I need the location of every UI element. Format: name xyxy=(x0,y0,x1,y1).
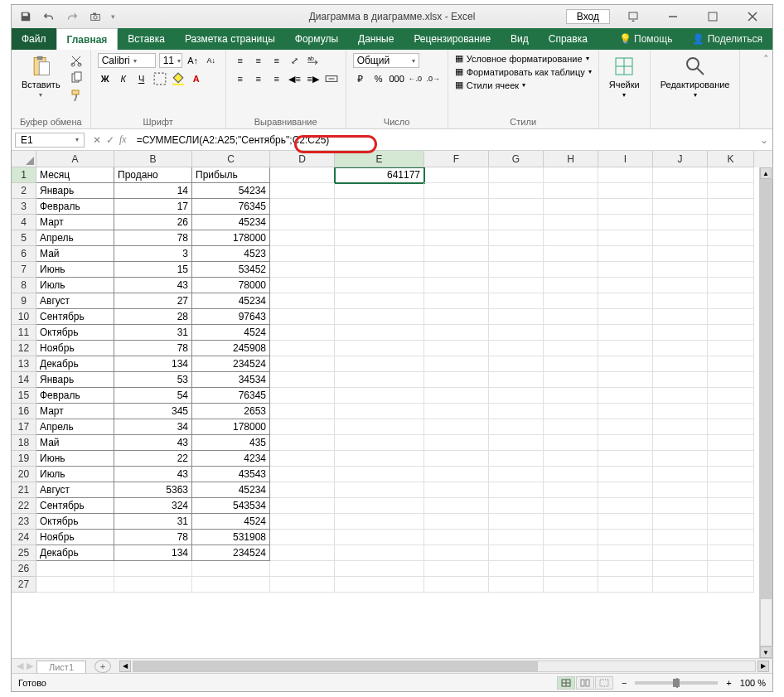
cell[interactable] xyxy=(489,451,544,467)
percent-icon[interactable]: % xyxy=(371,71,386,86)
cell[interactable] xyxy=(544,325,598,341)
cell[interactable] xyxy=(544,561,598,577)
cell[interactable] xyxy=(598,183,653,199)
align-center-icon[interactable]: ≡ xyxy=(251,71,266,86)
cell[interactable] xyxy=(335,451,424,467)
cell[interactable] xyxy=(708,404,754,419)
cell[interactable]: 3 xyxy=(114,246,192,262)
cell[interactable] xyxy=(335,356,424,372)
cell[interactable]: 76345 xyxy=(192,388,270,404)
cell[interactable] xyxy=(270,514,335,530)
cell[interactable] xyxy=(708,514,754,530)
conditional-formatting-button[interactable]: ▦Условное форматирование▾ xyxy=(455,53,592,64)
row-header[interactable]: 17 xyxy=(12,419,36,435)
cell[interactable] xyxy=(598,293,653,309)
cell[interactable] xyxy=(653,451,708,467)
align-right-icon[interactable]: ≡ xyxy=(269,71,284,86)
tab-data[interactable]: Данные xyxy=(348,28,404,50)
cell[interactable] xyxy=(335,530,424,545)
cell[interactable] xyxy=(708,467,754,482)
font-family-combo[interactable]: Calibri▾ xyxy=(98,53,156,68)
cell[interactable]: 4524 xyxy=(192,514,270,530)
tell-me[interactable]: 💡 Помощь xyxy=(609,28,683,50)
cell[interactable] xyxy=(544,183,598,199)
cell[interactable] xyxy=(544,514,598,530)
cell[interactable]: 14 xyxy=(114,183,192,199)
cell[interactable]: 54 xyxy=(114,388,192,404)
cell[interactable] xyxy=(114,561,192,577)
cell[interactable]: 34 xyxy=(114,419,192,435)
cell[interactable]: 543534 xyxy=(192,498,270,514)
cell[interactable] xyxy=(653,167,708,183)
cell[interactable] xyxy=(270,482,335,498)
cell[interactable]: Декабрь xyxy=(36,356,114,372)
cell[interactable] xyxy=(598,514,653,530)
cell[interactable] xyxy=(270,451,335,467)
cell[interactable] xyxy=(708,278,754,293)
row-header[interactable]: 15 xyxy=(12,388,36,404)
col-header[interactable]: K xyxy=(708,151,754,167)
cell[interactable] xyxy=(270,435,335,451)
cell[interactable] xyxy=(598,167,653,183)
cell[interactable] xyxy=(270,262,335,278)
row-header[interactable]: 2 xyxy=(12,183,36,199)
share-button[interactable]: 👤 Поделиться xyxy=(682,28,772,50)
underline-icon[interactable]: Ч xyxy=(134,71,149,86)
cell[interactable] xyxy=(544,199,598,215)
name-box[interactable]: E1▾ xyxy=(15,133,85,148)
tab-review[interactable]: Рецензирование xyxy=(404,28,501,50)
tab-page-layout[interactable]: Разметка страницы xyxy=(175,28,285,50)
cell[interactable] xyxy=(708,309,754,325)
cell[interactable] xyxy=(653,262,708,278)
wrap-text-icon[interactable]: ab xyxy=(306,53,321,68)
cell[interactable] xyxy=(544,467,598,482)
col-header[interactable]: J xyxy=(653,151,708,167)
cell[interactable]: 324 xyxy=(114,498,192,514)
cell[interactable]: Февраль xyxy=(36,388,114,404)
cell[interactable] xyxy=(270,356,335,372)
row-header[interactable]: 12 xyxy=(12,341,36,356)
cell[interactable] xyxy=(598,262,653,278)
cell[interactable] xyxy=(708,341,754,356)
cell[interactable] xyxy=(598,356,653,372)
cell[interactable] xyxy=(544,482,598,498)
sheet-tab[interactable]: Лист1 xyxy=(36,661,86,673)
row-header[interactable]: 14 xyxy=(12,372,36,388)
align-left-icon[interactable]: ≡ xyxy=(233,71,248,86)
cell[interactable] xyxy=(653,419,708,435)
row-header[interactable]: 6 xyxy=(12,246,36,262)
cell[interactable] xyxy=(424,514,489,530)
tab-view[interactable]: Вид xyxy=(501,28,539,50)
cell[interactable] xyxy=(653,183,708,199)
cell[interactable] xyxy=(544,293,598,309)
cell[interactable]: 78000 xyxy=(192,278,270,293)
fx-icon[interactable]: fx xyxy=(119,133,127,146)
increase-font-icon[interactable]: A↑ xyxy=(186,53,201,68)
cell[interactable]: Август xyxy=(36,482,114,498)
cell[interactable] xyxy=(708,545,754,561)
currency-icon[interactable]: ₽ xyxy=(353,71,368,86)
cell[interactable]: 31 xyxy=(114,325,192,341)
copy-icon[interactable] xyxy=(69,70,84,85)
cell[interactable] xyxy=(335,577,424,593)
cell[interactable] xyxy=(489,278,544,293)
fill-color-icon[interactable] xyxy=(171,71,186,86)
cell[interactable] xyxy=(708,482,754,498)
cell[interactable] xyxy=(598,388,653,404)
view-page-break-icon[interactable] xyxy=(595,676,613,690)
cell[interactable]: Июль xyxy=(36,278,114,293)
save-icon[interactable] xyxy=(18,9,33,24)
cell[interactable]: 27 xyxy=(114,293,192,309)
align-middle-icon[interactable]: ≡ xyxy=(251,53,266,68)
cell[interactable] xyxy=(598,419,653,435)
cell[interactable]: 345 xyxy=(114,404,192,419)
cut-icon[interactable] xyxy=(69,53,84,68)
cell[interactable]: Март xyxy=(36,404,114,419)
cell[interactable] xyxy=(598,545,653,561)
merge-icon[interactable] xyxy=(324,71,339,86)
cell[interactable]: 45234 xyxy=(192,215,270,230)
cell[interactable] xyxy=(544,167,598,183)
cell[interactable] xyxy=(335,183,424,199)
cell[interactable] xyxy=(424,167,489,183)
cell[interactable] xyxy=(653,230,708,246)
